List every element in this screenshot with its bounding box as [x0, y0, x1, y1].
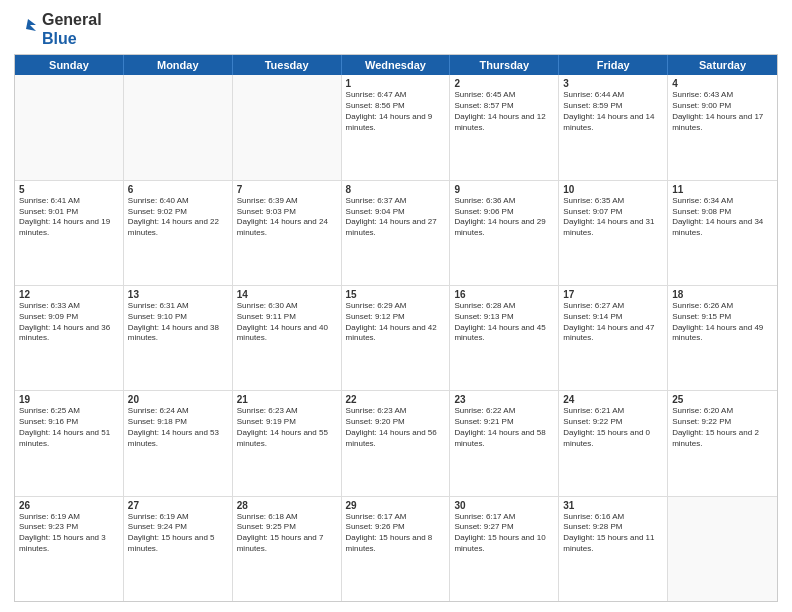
logo: GeneralBlue — [14, 10, 102, 48]
day-number: 31 — [563, 500, 663, 511]
day-number: 27 — [128, 500, 228, 511]
day-cell-5: 5Sunrise: 6:41 AMSunset: 9:01 PMDaylight… — [15, 181, 124, 285]
sunrise-text: Sunrise: 6:43 AM — [672, 90, 733, 99]
day-number: 20 — [128, 394, 228, 405]
daylight-text: Daylight: 14 hours and 38 minutes. — [128, 323, 219, 343]
daylight-text: Daylight: 14 hours and 42 minutes. — [346, 323, 437, 343]
day-number: 10 — [563, 184, 663, 195]
day-number: 7 — [237, 184, 337, 195]
daylight-text: Daylight: 14 hours and 29 minutes. — [454, 217, 545, 237]
sunset-text: Sunset: 9:28 PM — [563, 522, 622, 531]
calendar-row-2: 12Sunrise: 6:33 AMSunset: 9:09 PMDayligh… — [15, 286, 777, 391]
cell-info: Sunrise: 6:41 AMSunset: 9:01 PMDaylight:… — [19, 196, 119, 239]
cell-info: Sunrise: 6:24 AMSunset: 9:18 PMDaylight:… — [128, 406, 228, 449]
day-number: 29 — [346, 500, 446, 511]
sunset-text: Sunset: 9:22 PM — [563, 417, 622, 426]
daylight-text: Daylight: 15 hours and 3 minutes. — [19, 533, 106, 553]
daylight-text: Daylight: 14 hours and 24 minutes. — [237, 217, 328, 237]
sunrise-text: Sunrise: 6:36 AM — [454, 196, 515, 205]
day-cell-2: 2Sunrise: 6:45 AMSunset: 8:57 PMDaylight… — [450, 75, 559, 179]
day-number: 18 — [672, 289, 773, 300]
daylight-text: Daylight: 14 hours and 51 minutes. — [19, 428, 110, 448]
day-number: 21 — [237, 394, 337, 405]
day-header-wednesday: Wednesday — [342, 55, 451, 75]
sunset-text: Sunset: 9:12 PM — [346, 312, 405, 321]
day-number: 30 — [454, 500, 554, 511]
sunset-text: Sunset: 9:11 PM — [237, 312, 296, 321]
cell-info: Sunrise: 6:27 AMSunset: 9:14 PMDaylight:… — [563, 301, 663, 344]
day-cell-1: 1Sunrise: 6:47 AMSunset: 8:56 PMDaylight… — [342, 75, 451, 179]
logo-general: General — [42, 10, 102, 29]
svg-marker-0 — [26, 19, 36, 31]
cell-info: Sunrise: 6:18 AMSunset: 9:25 PMDaylight:… — [237, 512, 337, 555]
day-number: 25 — [672, 394, 773, 405]
cell-info: Sunrise: 6:29 AMSunset: 9:12 PMDaylight:… — [346, 301, 446, 344]
cell-info: Sunrise: 6:31 AMSunset: 9:10 PMDaylight:… — [128, 301, 228, 344]
sunrise-text: Sunrise: 6:39 AM — [237, 196, 298, 205]
cell-info: Sunrise: 6:19 AMSunset: 9:24 PMDaylight:… — [128, 512, 228, 555]
day-cell-7: 7Sunrise: 6:39 AMSunset: 9:03 PMDaylight… — [233, 181, 342, 285]
cell-info: Sunrise: 6:36 AMSunset: 9:06 PMDaylight:… — [454, 196, 554, 239]
sunrise-text: Sunrise: 6:19 AM — [128, 512, 189, 521]
empty-cell — [668, 497, 777, 601]
day-cell-8: 8Sunrise: 6:37 AMSunset: 9:04 PMDaylight… — [342, 181, 451, 285]
sunset-text: Sunset: 9:16 PM — [19, 417, 78, 426]
day-number: 11 — [672, 184, 773, 195]
day-number: 22 — [346, 394, 446, 405]
day-cell-17: 17Sunrise: 6:27 AMSunset: 9:14 PMDayligh… — [559, 286, 668, 390]
sunset-text: Sunset: 9:07 PM — [563, 207, 622, 216]
daylight-text: Daylight: 14 hours and 58 minutes. — [454, 428, 545, 448]
daylight-text: Daylight: 14 hours and 14 minutes. — [563, 112, 654, 132]
daylight-text: Daylight: 15 hours and 7 minutes. — [237, 533, 324, 553]
sunset-text: Sunset: 9:21 PM — [454, 417, 513, 426]
day-cell-11: 11Sunrise: 6:34 AMSunset: 9:08 PMDayligh… — [668, 181, 777, 285]
sunrise-text: Sunrise: 6:35 AM — [563, 196, 624, 205]
cell-info: Sunrise: 6:44 AMSunset: 8:59 PMDaylight:… — [563, 90, 663, 133]
sunset-text: Sunset: 9:26 PM — [346, 522, 405, 531]
sunset-text: Sunset: 9:08 PM — [672, 207, 731, 216]
daylight-text: Daylight: 14 hours and 19 minutes. — [19, 217, 110, 237]
day-cell-18: 18Sunrise: 6:26 AMSunset: 9:15 PMDayligh… — [668, 286, 777, 390]
daylight-text: Daylight: 14 hours and 34 minutes. — [672, 217, 763, 237]
day-number: 15 — [346, 289, 446, 300]
day-header-monday: Monday — [124, 55, 233, 75]
cell-info: Sunrise: 6:45 AMSunset: 8:57 PMDaylight:… — [454, 90, 554, 133]
sunset-text: Sunset: 9:25 PM — [237, 522, 296, 531]
day-cell-20: 20Sunrise: 6:24 AMSunset: 9:18 PMDayligh… — [124, 391, 233, 495]
calendar-row-4: 26Sunrise: 6:19 AMSunset: 9:23 PMDayligh… — [15, 497, 777, 601]
sunrise-text: Sunrise: 6:28 AM — [454, 301, 515, 310]
empty-cell — [15, 75, 124, 179]
day-cell-30: 30Sunrise: 6:17 AMSunset: 9:27 PMDayligh… — [450, 497, 559, 601]
daylight-text: Daylight: 15 hours and 2 minutes. — [672, 428, 759, 448]
sunset-text: Sunset: 9:03 PM — [237, 207, 296, 216]
cell-info: Sunrise: 6:30 AMSunset: 9:11 PMDaylight:… — [237, 301, 337, 344]
sunrise-text: Sunrise: 6:29 AM — [346, 301, 407, 310]
day-cell-24: 24Sunrise: 6:21 AMSunset: 9:22 PMDayligh… — [559, 391, 668, 495]
sunrise-text: Sunrise: 6:34 AM — [672, 196, 733, 205]
sunset-text: Sunset: 8:59 PM — [563, 101, 622, 110]
day-number: 1 — [346, 78, 446, 89]
sunset-text: Sunset: 9:04 PM — [346, 207, 405, 216]
calendar-body: 1Sunrise: 6:47 AMSunset: 8:56 PMDaylight… — [15, 75, 777, 601]
calendar-row-1: 5Sunrise: 6:41 AMSunset: 9:01 PMDaylight… — [15, 181, 777, 286]
sunset-text: Sunset: 8:57 PM — [454, 101, 513, 110]
daylight-text: Daylight: 14 hours and 55 minutes. — [237, 428, 328, 448]
day-cell-25: 25Sunrise: 6:20 AMSunset: 9:22 PMDayligh… — [668, 391, 777, 495]
sunset-text: Sunset: 9:09 PM — [19, 312, 78, 321]
sunrise-text: Sunrise: 6:33 AM — [19, 301, 80, 310]
cell-info: Sunrise: 6:37 AMSunset: 9:04 PMDaylight:… — [346, 196, 446, 239]
sunrise-text: Sunrise: 6:16 AM — [563, 512, 624, 521]
day-cell-26: 26Sunrise: 6:19 AMSunset: 9:23 PMDayligh… — [15, 497, 124, 601]
sunrise-text: Sunrise: 6:31 AM — [128, 301, 189, 310]
daylight-text: Daylight: 14 hours and 22 minutes. — [128, 217, 219, 237]
sunset-text: Sunset: 9:10 PM — [128, 312, 187, 321]
sunrise-text: Sunrise: 6:22 AM — [454, 406, 515, 415]
sunset-text: Sunset: 9:18 PM — [128, 417, 187, 426]
calendar-row-3: 19Sunrise: 6:25 AMSunset: 9:16 PMDayligh… — [15, 391, 777, 496]
day-header-tuesday: Tuesday — [233, 55, 342, 75]
cell-info: Sunrise: 6:43 AMSunset: 9:00 PMDaylight:… — [672, 90, 773, 133]
sunset-text: Sunset: 9:22 PM — [672, 417, 731, 426]
cell-info: Sunrise: 6:28 AMSunset: 9:13 PMDaylight:… — [454, 301, 554, 344]
day-number: 9 — [454, 184, 554, 195]
day-cell-12: 12Sunrise: 6:33 AMSunset: 9:09 PMDayligh… — [15, 286, 124, 390]
